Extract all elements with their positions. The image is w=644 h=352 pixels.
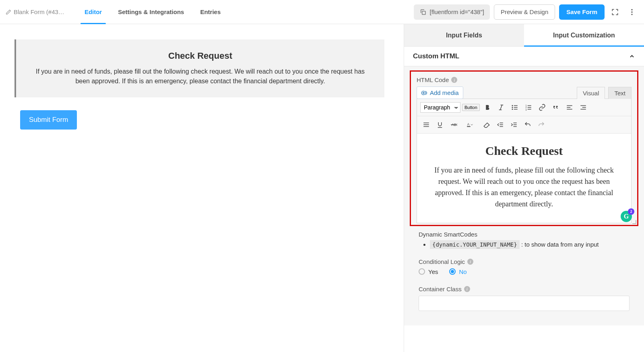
smartcode-token: {dynamic.YOUR_INPUT_NAME} [430,240,520,249]
align-justify-button[interactable] [420,119,432,131]
wysiwyg-tab-text[interactable]: Text [608,87,632,99]
outdent-button[interactable] [494,119,506,131]
block-body: If you are in need of funds, please fill… [30,67,371,86]
sidebar: Input Fields Input Customization Custom … [404,24,644,352]
radio-circle [419,268,425,275]
dynamic-smartcodes-section: Dynamic SmartCodes {dynamic.YOUR_INPUT_N… [410,226,638,253]
underline-button[interactable] [434,119,446,131]
section-custom-html-body: HTML Code i Add media Visual Text P [404,66,644,325]
sidebar-tabs: Input Fields Input Customization [404,24,644,47]
underline-icon [436,121,444,128]
html-code-highlight: HTML Code i Add media Visual Text P [410,70,638,226]
toolbar-row-1: Paragraph Button 123 [417,99,631,116]
align-left-button[interactable] [564,101,576,113]
header-actions: [fluentform id="438"] Preview & Design S… [414,4,638,20]
svg-point-9 [512,107,513,108]
strike-button[interactable]: ABC [448,119,460,131]
link-button[interactable] [536,101,548,113]
info-icon[interactable]: i [464,286,470,292]
save-form-button[interactable]: Save Form [559,4,605,20]
toolbar-row-2: ABC A [417,116,631,134]
container-class-input[interactable] [419,296,630,311]
main-tabs: Editor Settings & Integrations Entries [76,0,229,24]
format-select[interactable]: Paragraph [420,102,460,113]
link-icon [539,104,546,111]
copy-icon [419,8,427,16]
svg-line-7 [500,105,502,110]
button-token[interactable]: Button [462,104,480,111]
html-code-label: HTML Code i [417,76,632,83]
ul-button[interactable] [509,101,521,113]
grammarly-count: 2 [628,208,634,215]
wysiwyg-editor: Paragraph Button 123 [417,99,632,223]
info-icon[interactable]: i [451,77,457,83]
fullscreen-button[interactable] [609,6,621,19]
tab-editor[interactable]: Editor [76,0,110,24]
quote-icon [552,104,559,111]
svg-rect-33 [467,126,470,127]
svg-text:A: A [467,122,470,126]
tab-input-fields[interactable]: Input Fields [404,24,524,46]
media-icon [421,90,427,96]
shortcode-button[interactable]: [fluentform id="438"] [414,4,490,20]
grammarly-badge[interactable]: G2 [621,211,632,222]
fullscreen-icon [611,8,619,16]
tab-settings[interactable]: Settings & Integrations [110,0,192,24]
container-class-label: Container Class i [419,286,630,292]
smartcode-desc: : to show data from any input [520,241,599,248]
more-menu-button[interactable] [625,6,638,19]
editor-canvas: Check Request If you are in need of fund… [0,24,404,352]
svg-text:3: 3 [525,109,526,111]
chevron-up-icon [629,53,635,60]
info-icon[interactable]: i [467,259,473,265]
conditional-logic-label: Conditional Logic i [419,258,630,265]
editor-content[interactable]: Check Request If you are in need of fund… [417,134,631,223]
align-right-button[interactable] [577,101,589,113]
redo-button[interactable] [535,119,547,131]
tab-entries[interactable]: Entries [192,0,229,24]
redo-icon [538,121,545,128]
tab-input-customization[interactable]: Input Customization [524,24,644,46]
bold-button[interactable] [481,101,493,113]
radio-no[interactable]: No [449,268,466,275]
align-left-icon [566,104,573,111]
undo-icon [524,121,531,128]
quote-button[interactable] [550,101,562,113]
svg-point-2 [631,11,632,12]
add-media-button[interactable]: Add media [417,86,463,99]
svg-point-1 [631,9,632,10]
bold-icon [484,104,491,111]
container-class-section: Container Class i [410,280,638,316]
eraser-icon [483,121,490,128]
radio-yes[interactable]: Yes [419,268,438,275]
resize-handle[interactable] [632,219,637,225]
svg-point-8 [512,105,513,106]
clear-format-button[interactable] [481,119,493,131]
text-color-icon: A [466,121,474,128]
custom-html-block[interactable]: Check Request If you are in need of fund… [14,39,384,97]
wysiwyg-header: Add media Visual Text [417,86,632,99]
indent-button[interactable] [508,119,520,131]
smartcode-item: {dynamic.YOUR_INPUT_NAME} : to show data… [430,241,630,248]
conditional-radio-group: Yes No [419,268,630,275]
pencil-icon [6,9,11,15]
italic-button[interactable] [495,101,507,113]
conditional-logic-section: Conditional Logic i Yes No [410,253,638,280]
submit-form-button[interactable]: Submit Form [20,110,77,130]
preview-design-button[interactable]: Preview & Design [494,4,555,20]
svg-point-10 [512,109,513,110]
undo-button[interactable] [522,119,534,131]
text-color-button[interactable]: A [461,119,479,131]
align-justify-icon [423,121,430,128]
form-name[interactable]: Blank Form (#43… [6,8,64,15]
italic-icon [497,104,505,111]
main-split: Check Request If you are in need of fund… [0,24,644,352]
list-ol-icon: 123 [525,104,532,111]
editor-body: If you are in need of funds, please fill… [427,165,621,210]
shortcode-text: [fluentform id="438"] [430,8,484,15]
ol-button[interactable]: 123 [522,101,535,113]
indent-icon [510,121,518,128]
section-custom-html-header[interactable]: Custom HTML [404,47,644,66]
wysiwyg-tab-visual[interactable]: Visual [577,87,605,99]
svg-rect-0 [422,11,425,14]
